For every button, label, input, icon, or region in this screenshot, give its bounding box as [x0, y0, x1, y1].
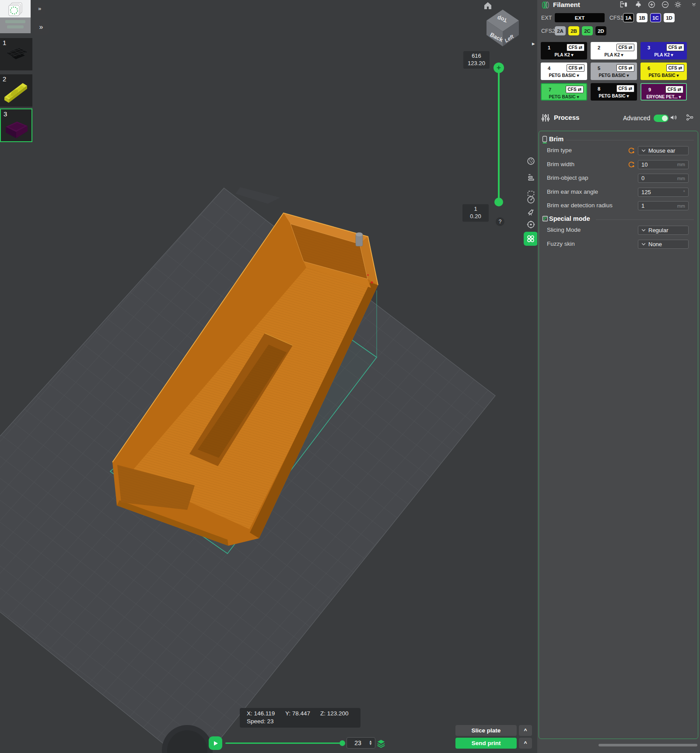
filament-slot-6[interactable]: 6CFS⇄PETG BASIC ▾	[640, 63, 687, 80]
settings-panel: Filament EXT EXT	[537, 0, 700, 753]
setting-label-fuzzy-skin: Fuzzy skin	[547, 241, 575, 247]
cfs1-slot-1d[interactable]: 1D	[664, 13, 675, 22]
cfs1-slot-1a[interactable]: 1A	[623, 13, 634, 22]
input-brim-width[interactable]: 10mm	[638, 160, 689, 169]
filament-material-dropdown[interactable]: PETG BASIC ▾	[640, 73, 687, 78]
send-options-caret[interactable]: ^	[519, 738, 532, 749]
reset-icon-brim-width[interactable]	[628, 161, 635, 168]
help-button[interactable]: ?	[496, 217, 504, 226]
filament-slot-8[interactable]: 8CFS⇄PETG BASIC ▾	[591, 83, 637, 101]
filament-material-dropdown[interactable]: PETG BASIC ▾	[591, 94, 637, 98]
filament-slot-number: 2	[598, 45, 600, 50]
cfs2-slot-2d[interactable]: 2D	[595, 26, 606, 35]
collapse-chevron-icon[interactable]	[691, 2, 700, 9]
filament-slot-7[interactable]: 7CFS⇄PETG BASIC ▾	[541, 83, 587, 101]
filament-slot-4[interactable]: 4CFS⇄PETG BASIC ▾	[541, 63, 587, 80]
filament-slot-3[interactable]: 3CFS⇄PLA K2 ▾	[640, 42, 687, 59]
cfs1-slot-1c[interactable]: 1C	[650, 13, 661, 22]
cfs-sync-button[interactable]: CFS⇄	[665, 86, 683, 93]
panel-collapse-arrow[interactable]: ▸	[532, 40, 535, 47]
layer-number-input[interactable]: 23 ▲▼	[346, 737, 375, 749]
target-icon[interactable]	[524, 218, 537, 231]
cfs2-label: CFS2	[541, 28, 555, 34]
send-print-button[interactable]: Send print	[455, 738, 517, 749]
filament-coil-icon	[541, 1, 550, 9]
cfs-sync-button[interactable]: CFS⇄	[566, 86, 584, 93]
filament-material-dropdown[interactable]: PLA K2 ▾	[640, 52, 687, 57]
input-brim-ear-max-angle[interactable]: 125°	[638, 188, 689, 197]
share-nodes-icon[interactable]	[686, 114, 695, 121]
cfs-sync-button[interactable]: CFS⇄	[666, 44, 684, 51]
cfs-sync-button[interactable]: CFS⇄	[616, 64, 634, 72]
status-x: X: 146.119	[247, 710, 285, 717]
announce-icon[interactable]	[670, 114, 679, 121]
cfs2-slot-2a[interactable]: 2A	[555, 26, 566, 35]
layer-stack-icon[interactable]	[376, 739, 386, 748]
advanced-label: Advanced	[623, 115, 650, 122]
dropdown-slicing-mode[interactable]: Regular	[638, 226, 689, 235]
slice-plate-button[interactable]: Slice plate	[455, 725, 517, 736]
dropdown-brim-type[interactable]: Mouse ear	[638, 146, 689, 155]
input-value: 0	[641, 175, 644, 181]
layer-slider-bottom-tooltip: 1 0.20	[462, 204, 489, 222]
play-button[interactable]	[209, 736, 222, 750]
filament-slot-5[interactable]: 5CFS⇄PETG BASIC ▾	[591, 63, 637, 80]
preview-clover-button[interactable]	[524, 232, 538, 246]
layer-bars-icon[interactable]	[524, 171, 537, 184]
settings-gear-icon[interactable]	[674, 1, 683, 8]
cfs-sync-button[interactable]: CFS⇄	[567, 44, 584, 51]
gauge-icon[interactable]	[524, 193, 537, 206]
radar-icon[interactable]	[524, 206, 537, 219]
cfs1-slot-1b[interactable]: 1B	[637, 13, 648, 22]
plate-thumbnail-1[interactable]: 1	[0, 38, 32, 70]
input-brim-object-gap[interactable]: 0mm	[638, 174, 689, 183]
sidebar-expand-bottom-button[interactable]: »	[34, 19, 49, 35]
filament-material-dropdown[interactable]: PETG BASIC ▾	[591, 73, 637, 78]
plate-thumbnail-3[interactable]: 3	[0, 108, 32, 142]
navigation-cube[interactable]: Top Back Left	[483, 7, 523, 48]
filament-material-dropdown[interactable]: PLA K2 ▾	[541, 52, 587, 57]
cfs2-slot-2b[interactable]: 2B	[568, 26, 579, 35]
section-divider	[596, 220, 694, 220]
filament-swap-icon[interactable]	[620, 1, 628, 8]
reset-icon-brim-type[interactable]	[628, 147, 635, 154]
slice-options-caret[interactable]: ^	[519, 725, 532, 736]
sidebar-expand-top-button[interactable]: »	[34, 3, 46, 14]
faucet-icon[interactable]	[634, 1, 643, 8]
filament-slot-9[interactable]: 9CFS⇄ERYONE PET... ▾	[640, 83, 687, 101]
stepper-down[interactable]: ▼	[369, 743, 372, 746]
play-icon	[213, 740, 219, 746]
remove-circle-icon[interactable]	[662, 1, 670, 8]
cfs-sync-button[interactable]: CFS⇄	[616, 85, 634, 92]
advanced-toggle[interactable]	[654, 115, 668, 122]
input-unit: mm	[677, 203, 685, 209]
layer-slider-top-handle[interactable]: +	[494, 63, 504, 73]
filament-material-dropdown[interactable]: PETG BASIC ▾	[542, 94, 586, 99]
plate-thumbnail-2[interactable]: 2	[0, 74, 32, 107]
layer-slider-track[interactable]	[498, 68, 500, 202]
ext-button[interactable]: EXT	[555, 13, 605, 22]
filament-slot-2[interactable]: 2CFS⇄PLA K2 ▾	[591, 42, 637, 59]
filament-slot-1[interactable]: 1CFS⇄PLA K2 ▾	[541, 42, 587, 59]
chevron-down-icon	[641, 149, 646, 152]
dropdown-value: None	[648, 241, 662, 248]
add-circle-icon[interactable]	[648, 1, 657, 8]
viewport-3d-scene[interactable]	[0, 0, 537, 753]
cfs2-slot-2c[interactable]: 2C	[582, 26, 593, 35]
setting-label-brim-width: Brim width	[547, 161, 574, 167]
dropdown-fuzzy-skin[interactable]: None	[638, 240, 689, 249]
input-brim-ear-detection-radius[interactable]: 1mm	[638, 201, 689, 210]
filament-material-dropdown[interactable]: PETG BASIC ▾	[541, 73, 587, 78]
filament-material-dropdown[interactable]: PLA K2 ▾	[591, 52, 637, 57]
playback-slider-track[interactable]	[225, 743, 343, 744]
cfs-sync-button[interactable]: CFS⇄	[666, 64, 684, 72]
plate-number: 2	[3, 75, 6, 83]
layer-slider-bottom-handle[interactable]	[494, 198, 503, 206]
all-plates-thumbnail[interactable]	[0, 0, 31, 33]
filament-material-dropdown[interactable]: ERYONE PET... ▾	[641, 94, 686, 99]
globe-icon[interactable]	[524, 154, 537, 167]
cfs-sync-button[interactable]: CFS⇄	[567, 64, 584, 72]
playback-slider-handle[interactable]	[340, 740, 345, 746]
panel-scrollbar[interactable]	[598, 744, 697, 746]
cfs-sync-button[interactable]: CFS⇄	[616, 44, 634, 51]
